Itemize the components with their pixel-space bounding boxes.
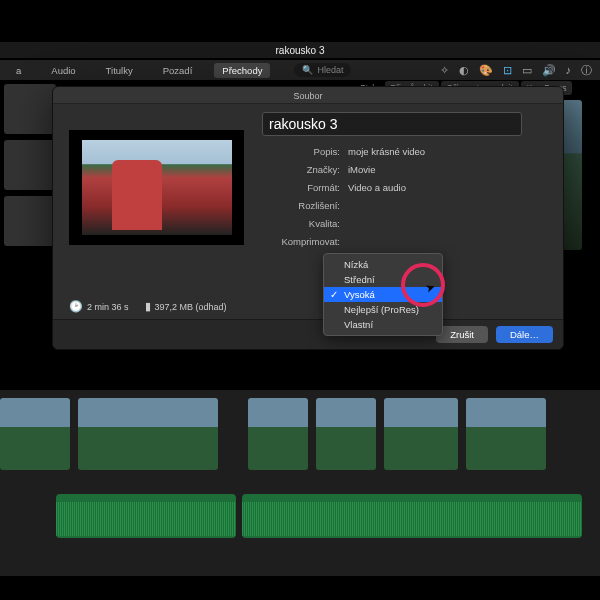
video-track[interactable]: s – MŮJ…7,2 s – S iPhone…4,0 s –4,0 s – bbox=[0, 398, 600, 480]
media-thumb[interactable] bbox=[4, 196, 56, 246]
stabilize-icon[interactable]: ▭ bbox=[522, 64, 532, 77]
crop-icon[interactable]: ⊡ bbox=[503, 64, 512, 77]
export-size: 397,2 MB (odhad) bbox=[155, 302, 227, 312]
search-input[interactable]: 🔍 Hledat bbox=[294, 63, 351, 77]
menu-item-titles[interactable]: Titulky bbox=[98, 63, 141, 78]
menu-item[interactable]: a bbox=[8, 63, 29, 78]
audio-track[interactable]: 22,2 s – Documentary58,3 s – Documentary bbox=[0, 484, 600, 540]
quality-dropdown[interactable]: Nízká Střední Vysoká Nejlepší (ProRes) V… bbox=[323, 253, 443, 336]
noise-icon[interactable]: ♪ bbox=[566, 64, 572, 76]
timeline[interactable]: s – MŮJ…7,2 s – S iPhone…4,0 s –4,0 s – … bbox=[0, 390, 600, 576]
dialog-title: Soubor bbox=[53, 87, 563, 104]
timeline-clip[interactable]: 7,2 s – S iPhone… bbox=[78, 398, 218, 470]
field-value-format[interactable]: Video a audio bbox=[348, 182, 406, 193]
audio-clip[interactable]: 58,3 s – Documentary bbox=[242, 494, 582, 538]
media-thumb[interactable] bbox=[4, 140, 56, 190]
volume-icon[interactable]: 🔊 bbox=[542, 64, 556, 77]
palette-icon[interactable]: 🎨 bbox=[479, 64, 493, 77]
clock-icon: 🕑 bbox=[69, 300, 83, 312]
menu-item-backgrounds[interactable]: Pozadí bbox=[155, 63, 201, 78]
menu-item-audio[interactable]: Audio bbox=[43, 63, 83, 78]
field-label-tags: Značky: bbox=[262, 164, 348, 175]
field-label-description: Popis: bbox=[262, 146, 348, 157]
menu-item-transitions[interactable]: Přechody bbox=[214, 63, 270, 78]
timeline-clip[interactable] bbox=[384, 398, 458, 470]
field-label-resolution: Rozlišení: bbox=[262, 200, 348, 211]
main-menu: a Audio Titulky Pozadí Přechody 🔍 Hledat… bbox=[0, 60, 600, 80]
magic-wand-icon[interactable]: ✧ bbox=[440, 64, 449, 77]
export-preview bbox=[69, 130, 244, 245]
field-value-tags[interactable]: iMovie bbox=[348, 164, 375, 175]
quality-option-custom[interactable]: Vlastní bbox=[324, 317, 442, 332]
field-label-quality: Kvalita: bbox=[262, 218, 348, 229]
window-title: rakousko 3 bbox=[0, 42, 600, 58]
field-label-compress: Komprimovat: bbox=[262, 236, 348, 247]
timeline-clip[interactable]: s – MŮJ… bbox=[0, 398, 70, 470]
export-duration: 2 min 36 s bbox=[87, 302, 129, 312]
audio-clip[interactable]: 22,2 s – Documentary bbox=[56, 494, 236, 538]
timeline-clip[interactable] bbox=[466, 398, 546, 470]
export-info: 🕑2 min 36 s ▮397,2 MB (odhad) bbox=[53, 300, 563, 319]
info-icon[interactable]: ⓘ bbox=[581, 63, 592, 78]
timeline-clip[interactable]: 4,0 s – bbox=[248, 398, 308, 470]
quality-option-low[interactable]: Nízká bbox=[324, 257, 442, 272]
media-browser bbox=[0, 80, 60, 250]
file-icon: ▮ bbox=[145, 300, 151, 312]
dialog-footer: Zrušit Dále… bbox=[53, 319, 563, 349]
search-icon: 🔍 bbox=[302, 65, 313, 75]
search-placeholder: Hledat bbox=[317, 65, 343, 75]
media-thumb[interactable] bbox=[4, 84, 56, 134]
field-value-description[interactable]: moje krásné video bbox=[348, 146, 425, 157]
cancel-button[interactable]: Zrušit bbox=[436, 326, 488, 343]
export-dialog: Soubor Popis: moje krásné video Značky: … bbox=[52, 86, 564, 350]
timeline-clip[interactable]: 4,0 s – bbox=[316, 398, 376, 470]
right-toolbar: ✧ ◐ 🎨 ⊡ ▭ 🔊 ♪ ⓘ bbox=[440, 63, 593, 78]
color-balance-icon[interactable]: ◐ bbox=[459, 64, 469, 77]
field-label-format: Formát: bbox=[262, 182, 348, 193]
next-button[interactable]: Dále… bbox=[496, 326, 553, 343]
quality-option-best[interactable]: Nejlepší (ProRes) bbox=[324, 302, 442, 317]
export-name-input[interactable] bbox=[262, 112, 522, 136]
